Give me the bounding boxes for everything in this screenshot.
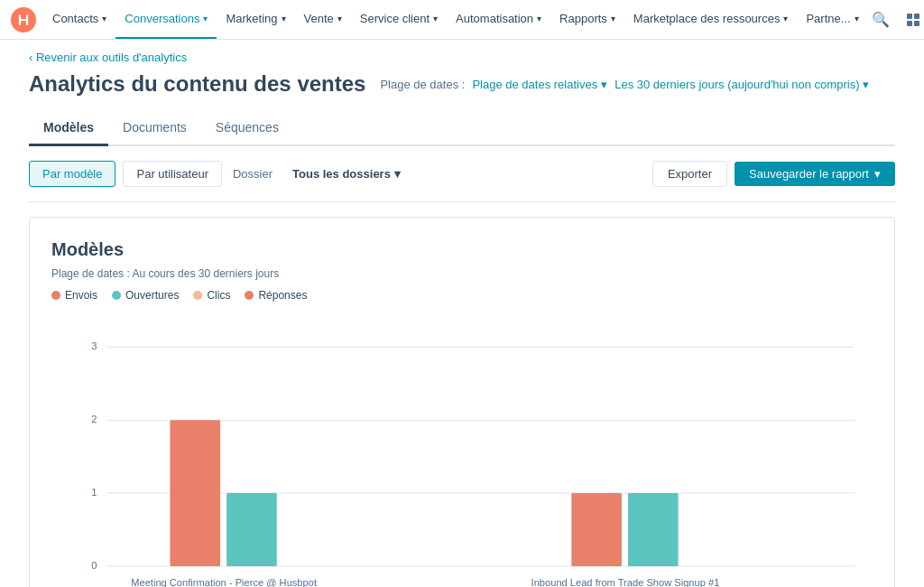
chevron-down-icon: ▾ (203, 14, 208, 23)
bar-group1-ouvertures (226, 493, 277, 566)
chevron-down-icon: ▾ (433, 14, 438, 23)
nav-icon-group: 🔍 ⚙ 📞 1 🔔 1 (868, 7, 924, 33)
legend-envois: Envois (51, 289, 97, 302)
svg-rect-3 (907, 21, 912, 26)
tab-sequences[interactable]: Séquences (201, 111, 293, 146)
breadcrumb-label: ‹ Revenir aux outils d'analytics (29, 51, 187, 64)
legend-clics: Clics (193, 289, 230, 302)
tab-modeles[interactable]: Modèles (29, 111, 108, 146)
legend-reponses: Réponses (245, 289, 307, 302)
date-range-dropdown[interactable]: Plage de dates relatives ▾ (472, 78, 607, 91)
toolbar-separator: Dossier (233, 167, 273, 181)
nav-conversations[interactable]: Conversations ▾ (116, 0, 217, 39)
search-icon[interactable]: 🔍 (868, 7, 893, 33)
chart-title: Modèles (51, 239, 873, 260)
svg-rect-4 (914, 21, 919, 26)
par-modele-button[interactable]: Par modèle (29, 161, 116, 187)
dossier-dropdown[interactable]: Tous les dossiers ▾ (283, 162, 410, 186)
chevron-down-icon: ▾ (102, 14, 106, 23)
nav-marketplace[interactable]: Marketplace des ressources ▾ (624, 0, 798, 39)
chevron-down-icon: ▾ (337, 14, 342, 23)
bar-group1-envois (170, 420, 220, 566)
hubspot-logo[interactable] (11, 7, 36, 33)
nav-vente[interactable]: Vente ▾ (295, 0, 351, 39)
nav-automatisation[interactable]: Automatisation ▾ (447, 0, 550, 39)
chevron-down-icon: ▾ (874, 167, 881, 181)
tabs: Modèles Documents Séquences (29, 111, 895, 146)
y-label-0: 0 (91, 560, 97, 571)
date-range-label: Plage de dates : (380, 78, 465, 91)
y-label-1: 1 (91, 487, 97, 498)
nav-contacts[interactable]: Contacts ▾ (43, 0, 116, 39)
chevron-down-icon: ▾ (394, 167, 401, 181)
chart-container: Modèles Plage de dates : Au cours des 30… (29, 217, 895, 587)
chevron-down-icon: ▾ (783, 14, 788, 23)
y-label-2: 2 (91, 414, 97, 424)
envois-dot (51, 291, 60, 300)
x-label-group1: Meeting Confirmation - Pierce @ Husbpot (131, 577, 317, 587)
main-content: ‹ Revenir aux outils d'analytics Analyti… (0, 40, 924, 587)
svg-rect-1 (907, 14, 912, 19)
par-utilisateur-button[interactable]: Par utilisateur (123, 161, 221, 187)
chevron-down-icon: ▾ (282, 14, 286, 23)
breadcrumb[interactable]: ‹ Revenir aux outils d'analytics (29, 40, 895, 71)
x-label-group2: Inbound Lead from Trade Show Signup #1 (531, 577, 720, 587)
date-range-section: Plage de dates : Plage de dates relative… (380, 78, 869, 91)
page-title: Analytics du contenu des ventes (29, 71, 365, 97)
export-button[interactable]: Exporter (652, 161, 727, 187)
chevron-down-icon: ▾ (863, 78, 869, 91)
y-label-3: 3 (91, 340, 97, 351)
chart-subtitle: Plage de dates : Au cours des 30 dernier… (51, 267, 873, 280)
toolbar: Par modèle Par utilisateur Dossier Tous … (29, 146, 895, 202)
clics-dot (193, 291, 202, 300)
legend-ouvertures: Ouvertures (112, 289, 179, 302)
reponses-dot (245, 291, 254, 300)
page-header: Analytics du contenu des ventes Plage de… (29, 71, 895, 97)
navbar: Contacts ▾ Conversations ▾ Marketing ▾ V… (0, 0, 924, 40)
chevron-down-icon: ▾ (601, 78, 607, 91)
svg-rect-2 (914, 14, 919, 19)
apps-icon[interactable] (901, 7, 924, 33)
nav-marketing[interactable]: Marketing ▾ (217, 0, 294, 39)
ouvertures-dot (112, 291, 121, 300)
nav-partenaires[interactable]: Partne... ▾ (797, 0, 867, 39)
tab-documents[interactable]: Documents (108, 111, 201, 146)
chevron-down-icon: ▾ (855, 14, 859, 23)
bar-group2-envois (571, 493, 622, 566)
chart-legend: Envois Ouvertures Clics Réponses (51, 289, 873, 302)
date-active-range[interactable]: Les 30 derniers jours (aujourd'hui non c… (614, 78, 869, 91)
save-report-button[interactable]: Sauvegarder le rapport ▾ (735, 162, 895, 186)
bar-chart: 3 2 1 0 Meeting Confirmation - Pierce @ … (51, 320, 873, 587)
chevron-down-icon: ▾ (537, 14, 541, 23)
nav-service-client[interactable]: Service client ▾ (351, 0, 447, 39)
nav-rapports[interactable]: Rapports ▾ (550, 0, 624, 39)
chevron-down-icon: ▾ (611, 14, 615, 23)
bar-chart-wrapper: 3 2 1 0 Meeting Confirmation - Pierce @ … (51, 320, 873, 587)
bar-group2-ouvertures (628, 493, 679, 566)
nav-items: Contacts ▾ Conversations ▾ Marketing ▾ V… (43, 0, 868, 39)
